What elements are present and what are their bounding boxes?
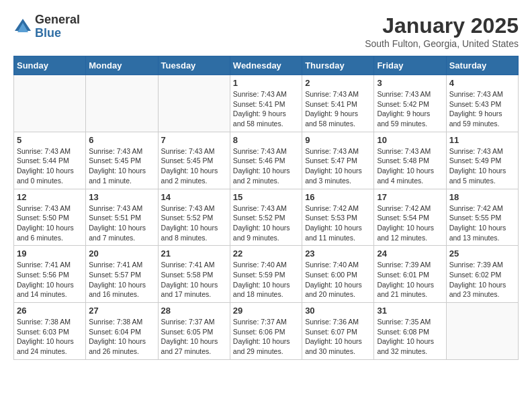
weekday-header-saturday: Saturday xyxy=(446,56,518,75)
day-number: 31 xyxy=(377,306,443,316)
day-info: Sunrise: 7:40 AM Sunset: 5:59 PM Dayligh… xyxy=(233,260,299,300)
weekday-header-wednesday: Wednesday xyxy=(230,56,302,75)
day-number: 3 xyxy=(377,78,443,88)
day-number: 13 xyxy=(89,192,154,202)
day-info: Sunrise: 7:43 AM Sunset: 5:45 PM Dayligh… xyxy=(161,146,227,186)
logo-icon xyxy=(13,17,32,36)
calendar-cell xyxy=(14,75,86,132)
calendar-table: SundayMondayTuesdayWednesdayThursdayFrid… xyxy=(13,56,519,360)
weekday-header-friday: Friday xyxy=(374,56,446,75)
day-info: Sunrise: 7:43 AM Sunset: 5:44 PM Dayligh… xyxy=(17,146,83,186)
calendar-week-1: 1Sunrise: 7:43 AM Sunset: 5:41 PM Daylig… xyxy=(14,75,519,132)
day-info: Sunrise: 7:43 AM Sunset: 5:43 PM Dayligh… xyxy=(449,89,515,129)
day-number: 11 xyxy=(449,135,515,145)
day-info: Sunrise: 7:43 AM Sunset: 5:52 PM Dayligh… xyxy=(161,203,227,243)
calendar-cell: 31Sunrise: 7:35 AM Sunset: 6:08 PM Dayli… xyxy=(374,303,446,360)
calendar-cell: 6Sunrise: 7:43 AM Sunset: 5:45 PM Daylig… xyxy=(86,132,158,189)
day-number: 4 xyxy=(449,78,515,88)
calendar-cell: 23Sunrise: 7:40 AM Sunset: 6:00 PM Dayli… xyxy=(302,246,374,303)
day-number: 2 xyxy=(305,78,371,88)
day-number: 15 xyxy=(233,192,299,202)
calendar-cell: 17Sunrise: 7:42 AM Sunset: 5:54 PM Dayli… xyxy=(374,189,446,246)
day-info: Sunrise: 7:41 AM Sunset: 5:58 PM Dayligh… xyxy=(161,260,227,300)
calendar-cell: 9Sunrise: 7:43 AM Sunset: 5:47 PM Daylig… xyxy=(302,132,374,189)
calendar-cell: 30Sunrise: 7:36 AM Sunset: 6:07 PM Dayli… xyxy=(302,303,374,360)
weekday-header-thursday: Thursday xyxy=(302,56,374,75)
calendar-cell: 1Sunrise: 7:43 AM Sunset: 5:41 PM Daylig… xyxy=(230,75,302,132)
weekday-header-tuesday: Tuesday xyxy=(158,56,230,75)
calendar-week-5: 26Sunrise: 7:38 AM Sunset: 6:03 PM Dayli… xyxy=(14,303,519,360)
day-number: 1 xyxy=(233,78,299,88)
day-info: Sunrise: 7:38 AM Sunset: 6:04 PM Dayligh… xyxy=(89,317,154,357)
day-number: 23 xyxy=(305,248,371,259)
day-info: Sunrise: 7:37 AM Sunset: 6:05 PM Dayligh… xyxy=(161,317,227,357)
calendar-week-4: 19Sunrise: 7:41 AM Sunset: 5:56 PM Dayli… xyxy=(14,246,519,303)
day-info: Sunrise: 7:37 AM Sunset: 6:06 PM Dayligh… xyxy=(233,317,299,357)
calendar-cell: 12Sunrise: 7:43 AM Sunset: 5:50 PM Dayli… xyxy=(14,189,86,246)
calendar-week-3: 12Sunrise: 7:43 AM Sunset: 5:50 PM Dayli… xyxy=(14,189,519,246)
day-info: Sunrise: 7:42 AM Sunset: 5:55 PM Dayligh… xyxy=(449,203,515,243)
calendar-cell: 19Sunrise: 7:41 AM Sunset: 5:56 PM Dayli… xyxy=(14,246,86,303)
day-number: 16 xyxy=(305,192,371,202)
day-number: 21 xyxy=(161,248,227,259)
day-number: 18 xyxy=(449,192,515,202)
logo-text: General Blue xyxy=(35,13,80,40)
calendar-cell: 7Sunrise: 7:43 AM Sunset: 5:45 PM Daylig… xyxy=(158,132,230,189)
day-info: Sunrise: 7:38 AM Sunset: 6:03 PM Dayligh… xyxy=(17,317,83,357)
day-number: 6 xyxy=(89,135,154,145)
calendar-cell: 10Sunrise: 7:43 AM Sunset: 5:48 PM Dayli… xyxy=(374,132,446,189)
day-info: Sunrise: 7:39 AM Sunset: 6:02 PM Dayligh… xyxy=(449,260,515,300)
day-number: 25 xyxy=(449,248,515,259)
calendar-cell xyxy=(158,75,230,132)
calendar-cell: 5Sunrise: 7:43 AM Sunset: 5:44 PM Daylig… xyxy=(14,132,86,189)
day-info: Sunrise: 7:43 AM Sunset: 5:47 PM Dayligh… xyxy=(305,146,371,186)
day-info: Sunrise: 7:43 AM Sunset: 5:51 PM Dayligh… xyxy=(89,203,154,243)
day-info: Sunrise: 7:36 AM Sunset: 6:07 PM Dayligh… xyxy=(305,317,371,357)
day-number: 26 xyxy=(17,306,83,316)
day-number: 20 xyxy=(89,248,154,259)
day-info: Sunrise: 7:40 AM Sunset: 6:00 PM Dayligh… xyxy=(305,260,371,300)
calendar-cell: 18Sunrise: 7:42 AM Sunset: 5:55 PM Dayli… xyxy=(446,189,518,246)
day-info: Sunrise: 7:43 AM Sunset: 5:41 PM Dayligh… xyxy=(233,89,299,129)
day-info: Sunrise: 7:43 AM Sunset: 5:45 PM Dayligh… xyxy=(89,146,154,186)
calendar-cell: 28Sunrise: 7:37 AM Sunset: 6:05 PM Dayli… xyxy=(158,303,230,360)
day-info: Sunrise: 7:42 AM Sunset: 5:54 PM Dayligh… xyxy=(377,203,443,243)
day-number: 19 xyxy=(17,248,83,259)
calendar-cell xyxy=(86,75,158,132)
calendar-cell: 3Sunrise: 7:43 AM Sunset: 5:42 PM Daylig… xyxy=(374,75,446,132)
day-number: 8 xyxy=(233,135,299,145)
day-number: 29 xyxy=(233,306,299,316)
calendar-cell: 22Sunrise: 7:40 AM Sunset: 5:59 PM Dayli… xyxy=(230,246,302,303)
day-number: 9 xyxy=(305,135,371,145)
day-info: Sunrise: 7:43 AM Sunset: 5:50 PM Dayligh… xyxy=(17,203,83,243)
day-info: Sunrise: 7:43 AM Sunset: 5:48 PM Dayligh… xyxy=(377,146,443,186)
calendar-cell: 15Sunrise: 7:43 AM Sunset: 5:52 PM Dayli… xyxy=(230,189,302,246)
day-number: 28 xyxy=(161,306,227,316)
day-number: 10 xyxy=(377,135,443,145)
day-number: 17 xyxy=(377,192,443,202)
logo-general: General xyxy=(35,13,80,27)
calendar-cell: 14Sunrise: 7:43 AM Sunset: 5:52 PM Dayli… xyxy=(158,189,230,246)
calendar-cell: 27Sunrise: 7:38 AM Sunset: 6:04 PM Dayli… xyxy=(86,303,158,360)
day-info: Sunrise: 7:39 AM Sunset: 6:01 PM Dayligh… xyxy=(377,260,443,300)
calendar-cell: 21Sunrise: 7:41 AM Sunset: 5:58 PM Dayli… xyxy=(158,246,230,303)
day-info: Sunrise: 7:43 AM Sunset: 5:41 PM Dayligh… xyxy=(305,89,371,129)
day-info: Sunrise: 7:41 AM Sunset: 5:57 PM Dayligh… xyxy=(89,260,154,300)
month-title: January 2025 xyxy=(365,13,519,38)
calendar-cell xyxy=(446,303,518,360)
page-header: General Blue January 2025 South Fulton, … xyxy=(13,13,519,49)
day-info: Sunrise: 7:35 AM Sunset: 6:08 PM Dayligh… xyxy=(377,317,443,357)
logo-blue: Blue xyxy=(35,27,80,40)
weekday-header-sunday: Sunday xyxy=(14,56,86,75)
weekday-header-monday: Monday xyxy=(86,56,158,75)
day-number: 24 xyxy=(377,248,443,259)
calendar-cell: 2Sunrise: 7:43 AM Sunset: 5:41 PM Daylig… xyxy=(302,75,374,132)
calendar-cell: 13Sunrise: 7:43 AM Sunset: 5:51 PM Dayli… xyxy=(86,189,158,246)
calendar-cell: 26Sunrise: 7:38 AM Sunset: 6:03 PM Dayli… xyxy=(14,303,86,360)
calendar-cell: 24Sunrise: 7:39 AM Sunset: 6:01 PM Dayli… xyxy=(374,246,446,303)
calendar-cell: 8Sunrise: 7:43 AM Sunset: 5:46 PM Daylig… xyxy=(230,132,302,189)
day-number: 7 xyxy=(161,135,227,145)
calendar-cell: 16Sunrise: 7:42 AM Sunset: 5:53 PM Dayli… xyxy=(302,189,374,246)
calendar-cell: 25Sunrise: 7:39 AM Sunset: 6:02 PM Dayli… xyxy=(446,246,518,303)
day-info: Sunrise: 7:43 AM Sunset: 5:46 PM Dayligh… xyxy=(233,146,299,186)
